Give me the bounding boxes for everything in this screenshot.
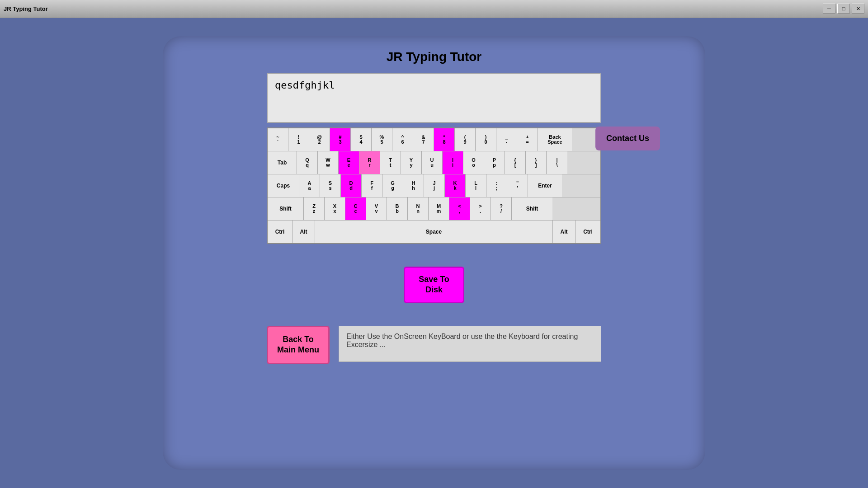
close-button[interactable]: ✕: [852, 4, 864, 14]
key-a[interactable]: Aa: [299, 174, 320, 197]
key-6[interactable]: ^6: [392, 128, 413, 151]
key-x[interactable]: Xx: [325, 197, 345, 220]
key-0[interactable]: )0: [476, 128, 496, 151]
key-v[interactable]: Vv: [366, 197, 387, 220]
key-slash[interactable]: ?/: [491, 197, 512, 220]
save-to-disk-button[interactable]: Save ToDisk: [404, 267, 464, 303]
key-j[interactable]: Jj: [424, 174, 445, 197]
key-g[interactable]: Gg: [382, 174, 403, 197]
key-comma[interactable]: <,: [449, 197, 470, 220]
key-h[interactable]: Hh: [403, 174, 424, 197]
bottom-section: Back ToMain Menu Either Use the OnScreen…: [267, 326, 601, 364]
key-c[interactable]: Cc: [345, 197, 366, 220]
key-1[interactable]: !1: [288, 128, 309, 151]
minimize-button[interactable]: ─: [823, 4, 835, 14]
app-title: JR Typing Tutor: [387, 50, 482, 64]
text-input[interactable]: qesdfghjkl: [267, 73, 601, 123]
key-enter[interactable]: Enter: [528, 174, 562, 197]
key-alt-left[interactable]: Alt: [292, 221, 315, 243]
title-bar-text: JR Typing Tutor: [4, 5, 48, 12]
key-2[interactable]: @2: [309, 128, 330, 151]
key-space[interactable]: Space: [315, 221, 553, 243]
key-f[interactable]: Ff: [362, 174, 382, 197]
keyboard: ~` !1 @2 #3 $4 %5 ^6 &7 *8 (9 )0 _- += B…: [267, 127, 601, 244]
key-p[interactable]: Pp: [484, 151, 505, 174]
key-y[interactable]: Yy: [401, 151, 422, 174]
key-b[interactable]: Bb: [387, 197, 408, 220]
key-backtick[interactable]: ~`: [268, 128, 288, 151]
key-k[interactable]: Kk: [445, 174, 466, 197]
key-n[interactable]: Nn: [408, 197, 429, 220]
key-bracket-close[interactable]: }]: [526, 151, 547, 174]
key-shift-right[interactable]: Shift: [512, 197, 552, 220]
keyboard-row-4: Shift Zz Xx Cc Vv Bb Nn Mm <, >. ?/ Shif…: [268, 197, 600, 221]
title-bar-controls: ─ □ ✕: [823, 4, 864, 14]
key-tab[interactable]: Tab: [268, 151, 297, 174]
key-semicolon[interactable]: :;: [486, 174, 507, 197]
keyboard-row-1: ~` !1 @2 #3 $4 %5 ^6 &7 *8 (9 )0 _- += B…: [268, 128, 600, 151]
key-q[interactable]: Qq: [297, 151, 318, 174]
key-d[interactable]: Dd: [341, 174, 362, 197]
key-u[interactable]: Uu: [422, 151, 443, 174]
key-z[interactable]: Zz: [304, 197, 325, 220]
key-caps[interactable]: Caps: [268, 174, 299, 197]
key-shift-left[interactable]: Shift: [268, 197, 304, 220]
key-ctrl-right[interactable]: Ctrl: [576, 221, 600, 243]
key-bracket-open[interactable]: {[: [505, 151, 526, 174]
key-equals[interactable]: +=: [517, 128, 538, 151]
key-s[interactable]: Ss: [320, 174, 341, 197]
app-container: JR Typing Tutor qesdfghjkl Contact Us ~`…: [163, 36, 705, 470]
key-7[interactable]: &7: [413, 128, 434, 151]
key-3[interactable]: #3: [330, 128, 351, 151]
key-9[interactable]: (9: [455, 128, 476, 151]
key-5[interactable]: %5: [372, 128, 392, 151]
key-w[interactable]: Ww: [318, 151, 339, 174]
key-8[interactable]: *8: [434, 128, 455, 151]
key-i[interactable]: Ii: [443, 151, 463, 174]
key-backspace[interactable]: BackSpace: [538, 128, 572, 151]
key-backslash[interactable]: |\: [547, 151, 567, 174]
info-box: Either Use the OnScreen KeyBoard or use …: [339, 326, 601, 362]
keyboard-row-2: Tab Qq Ww Ee Rr Tt Yy Uu Ii Oo Pp {[ }] …: [268, 151, 600, 174]
key-period[interactable]: >.: [470, 197, 491, 220]
key-minus[interactable]: _-: [496, 128, 517, 151]
key-m[interactable]: Mm: [429, 197, 449, 220]
key-4[interactable]: $4: [351, 128, 372, 151]
contact-us-button[interactable]: Contact Us: [595, 127, 660, 150]
key-t[interactable]: Tt: [380, 151, 401, 174]
key-ctrl-left[interactable]: Ctrl: [268, 221, 292, 243]
key-r[interactable]: Rr: [359, 151, 380, 174]
keyboard-row-5: Ctrl Alt Space Alt Ctrl: [268, 221, 600, 243]
key-e[interactable]: Ee: [339, 151, 359, 174]
key-alt-right[interactable]: Alt: [553, 221, 576, 243]
main-content: JR Typing Tutor qesdfghjkl Contact Us ~`…: [0, 18, 868, 488]
keyboard-row-3: Caps Aa Ss Dd Ff Gg Hh Jj Kk Ll :; "' En…: [268, 174, 600, 197]
maximize-button[interactable]: □: [837, 4, 850, 14]
key-quote[interactable]: "': [507, 174, 528, 197]
key-l[interactable]: Ll: [466, 174, 486, 197]
key-o[interactable]: Oo: [463, 151, 484, 174]
title-bar: JR Typing Tutor ─ □ ✕: [0, 0, 868, 18]
back-to-main-menu-button[interactable]: Back ToMain Menu: [267, 326, 330, 364]
